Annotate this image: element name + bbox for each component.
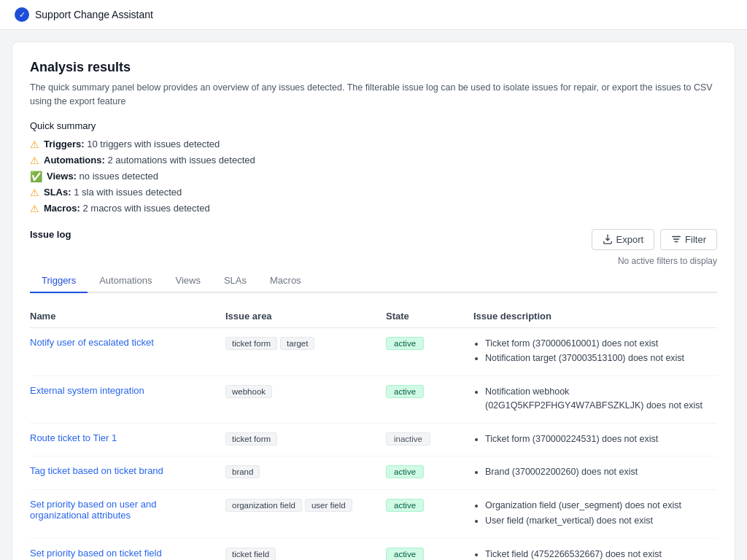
header-buttons: Export Filter No active filters to displ… — [592, 229, 717, 266]
export-icon — [603, 234, 613, 244]
macros-value: 2 macros with issues detected — [80, 203, 210, 214]
row-4-issue-area: organization field user field — [220, 499, 380, 512]
slas-label: SLAs: — [44, 187, 71, 198]
row-3-tags: brand — [225, 465, 374, 478]
app-container: ✓ Support Change Assistant Analysis resu… — [0, 0, 747, 560]
row-0-state-badge: active — [386, 337, 424, 350]
summary-triggers: ⚠ Triggers: 10 triggers with issues dete… — [30, 139, 717, 150]
views-label: Views: — [47, 171, 77, 182]
row-2-tags: ticket form — [225, 432, 374, 446]
row-3-link[interactable]: Tag ticket based on ticket brand — [30, 465, 163, 476]
views-value: no issues detected — [77, 171, 158, 182]
row-2-issues: Ticket form (370000224531) does not exis… — [468, 432, 717, 448]
row-3-issues: Brand (370002200260) does not exist — [468, 465, 717, 481]
summary-macros-text: Macros: 2 macros with issues detected — [44, 203, 210, 214]
row-0-link[interactable]: Notify user of escalated ticket — [30, 337, 154, 348]
row-5-link[interactable]: Set priority based on ticket field — [30, 548, 162, 559]
filter-label: Filter — [685, 234, 706, 245]
row-1-issues: Notification webhook (02G1Q5KFP2FHGY4W7A… — [468, 385, 717, 414]
col-header-name: Name — [30, 311, 220, 322]
summary-slas: ⚠ SLAs: 1 sla with issues detected — [30, 187, 717, 198]
tab-views[interactable]: Views — [163, 269, 212, 293]
tag-ticket-form-2: ticket form — [225, 432, 277, 446]
triggers-value: 10 triggers with issues detected — [85, 139, 220, 149]
tag-user-field-4: user field — [305, 499, 352, 512]
row-5-state: active — [380, 548, 468, 561]
warning-icon-slas: ⚠ — [30, 187, 39, 198]
row-0-issues: Ticket form (370000610001) does not exis… — [468, 337, 717, 368]
tab-triggers[interactable]: Triggers — [30, 269, 88, 293]
row-5-issue-area: ticket field — [220, 548, 380, 561]
row-3-name: Tag ticket based on ticket brand — [30, 465, 220, 476]
row-1-tags: webhook — [225, 385, 374, 398]
row-3-issue-area: brand — [220, 465, 380, 478]
tab-slas[interactable]: SLAs — [212, 269, 258, 293]
row-4-link[interactable]: Set priority based on user and organizat… — [30, 499, 156, 521]
app-icon: ✓ — [15, 7, 29, 22]
table-header: Name Issue area State Issue description — [30, 305, 717, 328]
row-4-name: Set priority based on user and organizat… — [30, 499, 220, 521]
tag-ticket-form-0: ticket form — [225, 337, 277, 350]
row-5-issue-desc: Ticket field (4752266532667) does not ex… — [473, 548, 711, 561]
row-3-state-badge: active — [386, 465, 424, 478]
row-2-issue-area: ticket form — [220, 432, 380, 446]
table-container: Name Issue area State Issue description … — [30, 305, 717, 561]
row-1-issue-desc: Notification webhook (02G1Q5KFP2FHGY4W7A… — [473, 385, 711, 413]
row-4-tags: organization field user field — [225, 499, 374, 512]
row-2-link[interactable]: Route ticket to Tier 1 — [30, 432, 117, 443]
col-header-issue-desc: Issue description — [468, 311, 717, 322]
issue-log-header: Issue log Export — [30, 229, 717, 266]
row-0-tags: ticket form target — [225, 337, 374, 350]
table-row: Set priority based on user and organizat… — [30, 490, 717, 539]
row-1-link[interactable]: External system integration — [30, 385, 144, 396]
tag-org-field-4: organization field — [225, 499, 302, 512]
automations-label: Automations: — [44, 155, 105, 166]
row-5-issue-0: Ticket field (4752266532667) does not ex… — [485, 548, 711, 561]
warning-icon-triggers: ⚠ — [30, 139, 39, 150]
check-icon: ✓ — [19, 10, 26, 20]
warning-icon-automations: ⚠ — [30, 155, 39, 166]
row-2-issue-0: Ticket form (370000224531) does not exis… — [485, 432, 711, 446]
col-header-issue-area: Issue area — [220, 311, 380, 322]
tab-automations[interactable]: Automations — [88, 269, 163, 293]
row-4-issues: Organization field (user_segment) does n… — [468, 499, 717, 529]
page-description: The quick summary panel below provides a… — [30, 81, 717, 109]
row-1-name: External system integration — [30, 385, 220, 396]
summary-items: ⚠ Triggers: 10 triggers with issues dete… — [30, 139, 717, 214]
filter-button[interactable]: Filter — [660, 229, 717, 250]
tag-target-0: target — [280, 337, 314, 350]
main-content: Analysis results The quick summary panel… — [12, 42, 735, 560]
row-3-issue-desc: Brand (370002200260) does not exist — [473, 465, 711, 479]
export-button[interactable]: Export — [592, 229, 655, 250]
row-0-name: Notify user of escalated ticket — [30, 337, 220, 348]
page-title: Analysis results — [30, 60, 717, 75]
row-2-name: Route ticket to Tier 1 — [30, 432, 220, 443]
summary-macros: ⚠ Macros: 2 macros with issues detected — [30, 203, 717, 214]
row-2-state-badge: inactive — [386, 432, 430, 446]
quick-summary-label: Quick summary — [30, 120, 717, 131]
table-row: Route ticket to Tier 1 ticket form inact… — [30, 424, 717, 457]
tag-ticket-field-5: ticket field — [225, 548, 276, 561]
no-filters-text: No active filters to display — [618, 256, 717, 266]
summary-slas-text: SLAs: 1 sla with issues detected — [44, 187, 182, 198]
export-label: Export — [616, 234, 644, 245]
row-0-state: active — [380, 337, 468, 350]
table-row: Set priority based on ticket field ticke… — [30, 539, 717, 561]
tabs: Triggers Automations Views SLAs Macros — [30, 269, 717, 293]
summary-triggers-text: Triggers: 10 triggers with issues detect… — [44, 139, 220, 149]
table-row: Notify user of escalated ticket ticket f… — [30, 328, 717, 377]
summary-views-text: Views: no issues detected — [47, 171, 158, 182]
issue-log-title: Issue log — [30, 229, 71, 240]
top-bar: ✓ Support Change Assistant — [0, 0, 747, 30]
tab-macros[interactable]: Macros — [258, 269, 313, 293]
slas-value: 1 sla with issues detected — [71, 187, 182, 198]
row-0-issue-0: Ticket form (370000610001) does not exis… — [485, 337, 711, 351]
row-5-state-badge: active — [386, 548, 424, 561]
row-1-state-badge: active — [386, 385, 424, 398]
row-5-issues: Ticket field (4752266532667) does not ex… — [468, 548, 717, 561]
summary-automations-text: Automations: 2 automations with issues d… — [44, 155, 255, 166]
triggers-label: Triggers: — [44, 139, 85, 149]
row-5-name: Set priority based on ticket field — [30, 548, 220, 559]
filter-icon — [671, 234, 681, 244]
row-0-issue-1: Notification target (370003513100) does … — [485, 351, 711, 365]
